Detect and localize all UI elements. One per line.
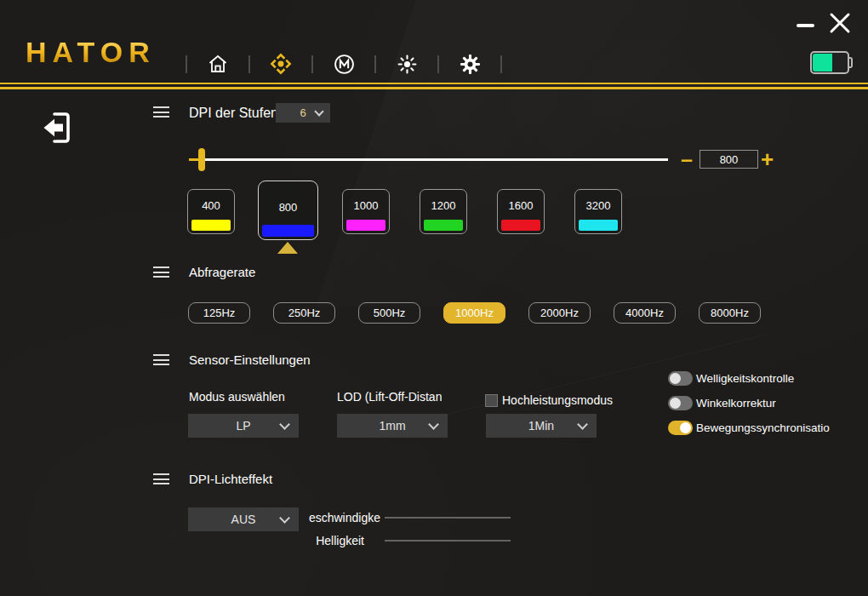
toggle-knob [680, 422, 691, 433]
dpi-stage-button-1600[interactable]: 1600 [497, 189, 545, 234]
battery-nub [848, 57, 853, 68]
toggle-knob [670, 398, 681, 409]
dpi-stage-button-1000[interactable]: 1000 [342, 189, 390, 234]
light-section-menu-icon [153, 473, 169, 484]
angle-snapping-label: Winkelkorrektur [696, 397, 776, 410]
performance-time-select[interactable]: 1Min [486, 414, 597, 438]
motion-sync-label: Bewegungssynchronisatio [696, 421, 830, 434]
ripple-control-toggle[interactable] [668, 371, 693, 386]
light-effect-value: AUS [231, 513, 256, 526]
ripple-control-label: Welligkeitskontrolle [696, 372, 794, 385]
dpi-icon [270, 53, 292, 75]
dpi-stage-color-bar [191, 220, 231, 231]
chevron-down-icon [279, 513, 290, 524]
sensor-section-title: Sensor-Einstellungen [189, 352, 311, 367]
nav-separator [374, 55, 376, 73]
accent-divider [0, 83, 868, 84]
dpi-stage-color-bar [501, 220, 540, 231]
nav-macro-button[interactable] [333, 53, 355, 75]
sensor-mode-value: LP [236, 419, 250, 433]
nav-separator [186, 55, 187, 73]
nav-home-button[interactable] [207, 53, 229, 75]
dpi-stage-color-bar [424, 220, 463, 231]
sensor-lod-select[interactable]: 1mm [337, 414, 448, 438]
chevron-down-icon [428, 419, 439, 430]
polling-button-500hz[interactable]: 500Hz [358, 302, 420, 324]
sensor-section-menu-icon [153, 354, 169, 365]
dpi-section-title: DPI der Stufen [189, 106, 278, 121]
dpi-stage-button-1200[interactable]: 1200 [420, 189, 467, 234]
polling-button-8000hz[interactable]: 8000Hz [699, 302, 761, 324]
brand-logo: HATOR [26, 36, 156, 69]
angle-snapping-toggle[interactable] [668, 396, 693, 410]
polling-button-250hz[interactable]: 250Hz [273, 302, 335, 324]
dpi-stage-count-select[interactable]: 6 [276, 103, 330, 123]
performance-time-value: 1Min [528, 419, 554, 433]
close-icon [828, 11, 852, 35]
dpi-value-input[interactable]: 800 [700, 150, 758, 169]
back-button[interactable] [39, 109, 75, 146]
motion-sync-toggle-on[interactable] [668, 421, 693, 435]
accent-divider [0, 87, 868, 89]
dpi-section-menu-icon [153, 106, 169, 117]
light-brightness-slider[interactable] [385, 540, 511, 542]
minimize-button[interactable] [797, 24, 814, 27]
close-button[interactable] [828, 11, 852, 35]
dpi-stage-label: 1600 [498, 199, 544, 212]
main-nav [186, 52, 502, 76]
chevron-down-icon [314, 106, 323, 116]
light-effect-select[interactable]: AUS [188, 507, 299, 531]
dpi-stage-count-value: 6 [300, 106, 306, 119]
dpi-decrease-button[interactable]: – [681, 147, 693, 172]
sensor-lod-label: LOD (Lift-Off-Distan [337, 390, 442, 404]
performance-mode-label: Hochleistungsmodus [502, 393, 613, 407]
performance-mode-checkbox[interactable] [485, 394, 498, 407]
dpi-increase-button[interactable]: + [761, 146, 774, 173]
sun-icon [397, 54, 418, 75]
polling-button-4000hz[interactable]: 4000Hz [614, 302, 676, 324]
light-brightness-label: Helligkeit [298, 534, 364, 547]
gear-icon [460, 54, 481, 75]
chevron-down-icon [577, 419, 588, 430]
nav-separator [437, 55, 439, 73]
back-exit-icon [39, 109, 75, 146]
dpi-stage-color-bar [262, 225, 314, 237]
dpi-stage-color-bar [346, 220, 385, 231]
battery-indicator [810, 51, 849, 74]
dpi-slider-handle[interactable] [198, 148, 205, 171]
dpi-stage-label: 1000 [343, 199, 389, 212]
sensor-lod-value: 1mm [379, 419, 405, 433]
nav-separator [248, 55, 250, 73]
dpi-stage-button-3200[interactable]: 3200 [574, 189, 622, 234]
sensor-mode-select[interactable]: LP [188, 414, 299, 438]
macro-icon [334, 54, 355, 75]
battery-level-fill [813, 54, 832, 72]
polling-button-2000hz[interactable]: 2000Hz [528, 302, 591, 324]
light-speed-label: eschwindigke [298, 511, 380, 524]
nav-settings-button[interactable] [459, 53, 481, 75]
polling-button-1000hz-selected[interactable]: 1000Hz [443, 302, 505, 324]
nav-separator [500, 55, 502, 73]
nav-separator [311, 55, 313, 73]
light-section-title: DPI-Lichteffekt [189, 472, 272, 486]
home-icon [208, 54, 228, 74]
dpi-stage-label: 800 [259, 201, 317, 214]
dpi-stage-button-400[interactable]: 400 [187, 189, 235, 234]
toggle-knob [670, 373, 681, 384]
dpi-stage-label: 400 [188, 199, 234, 212]
dpi-stage-label: 1200 [420, 199, 466, 212]
background-decor [317, 0, 868, 307]
dpi-stage-label: 3200 [575, 199, 621, 212]
nav-lighting-button[interactable] [396, 53, 418, 75]
chevron-down-icon [279, 419, 290, 430]
polling-section-menu-icon [153, 266, 169, 278]
sensor-mode-label: Modus auswählen [189, 390, 285, 404]
app-window: HATOR [0, 0, 868, 596]
light-speed-slider[interactable] [385, 517, 511, 519]
polling-section-title: Abfragerate [189, 265, 255, 279]
dpi-slider-track[interactable] [189, 158, 668, 161]
nav-dpi-button-active[interactable] [270, 53, 292, 75]
dpi-stage-button-800-selected[interactable]: 800 [258, 181, 318, 240]
dpi-stage-color-bar [579, 220, 618, 231]
polling-button-125hz[interactable]: 125Hz [188, 302, 250, 324]
